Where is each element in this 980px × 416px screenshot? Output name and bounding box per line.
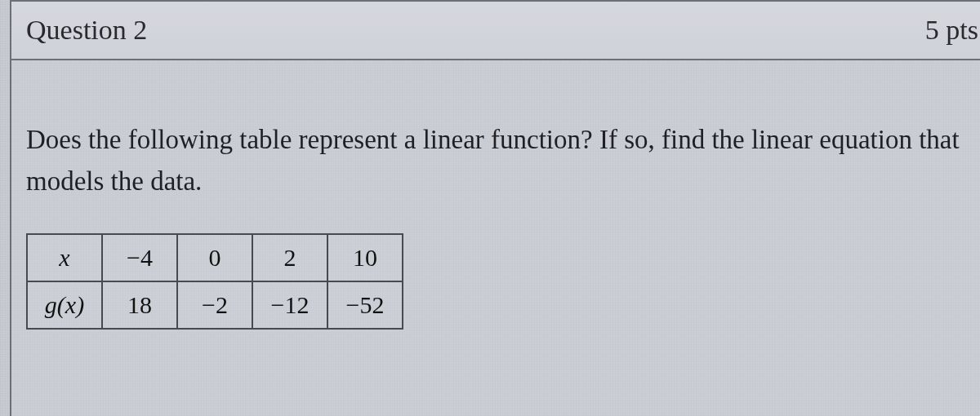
question-title: Question 2: [26, 15, 147, 46]
question-card: Question 2 5 pts Does the following tabl…: [10, 0, 980, 416]
table-row: g(x) 18 −2 −12 −52: [27, 281, 403, 329]
row-header-x: x: [27, 234, 102, 281]
table-row: x −4 0 2 10: [27, 234, 403, 281]
table-cell: 2: [252, 234, 327, 281]
table-cell: −2: [177, 281, 252, 329]
data-table: x −4 0 2 10 g(x) 18 −2 −12 −52: [26, 233, 403, 330]
question-header: Question 2 5 pts: [11, 2, 980, 60]
table-cell: 10: [327, 234, 403, 281]
row-header-gx: g(x): [27, 281, 102, 329]
table-cell: −52: [327, 281, 403, 329]
table-cell: −4: [102, 234, 177, 281]
question-prompt: Does the following table represent a lin…: [26, 119, 965, 202]
table-cell: −12: [252, 281, 327, 329]
question-body: Does the following table represent a lin…: [11, 60, 980, 330]
table-cell: 0: [177, 234, 252, 281]
table-cell: 18: [102, 281, 177, 329]
question-points: 5 pts: [925, 15, 980, 46]
